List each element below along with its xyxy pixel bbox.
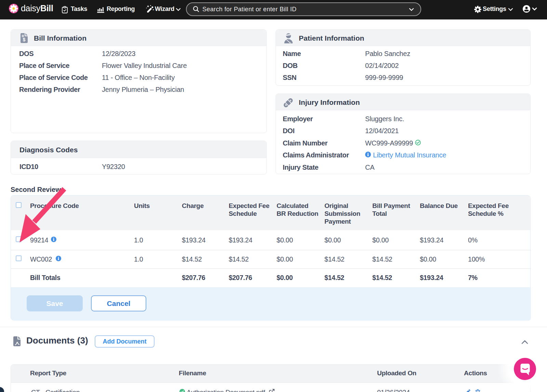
svg-text:$: $ bbox=[23, 37, 26, 42]
